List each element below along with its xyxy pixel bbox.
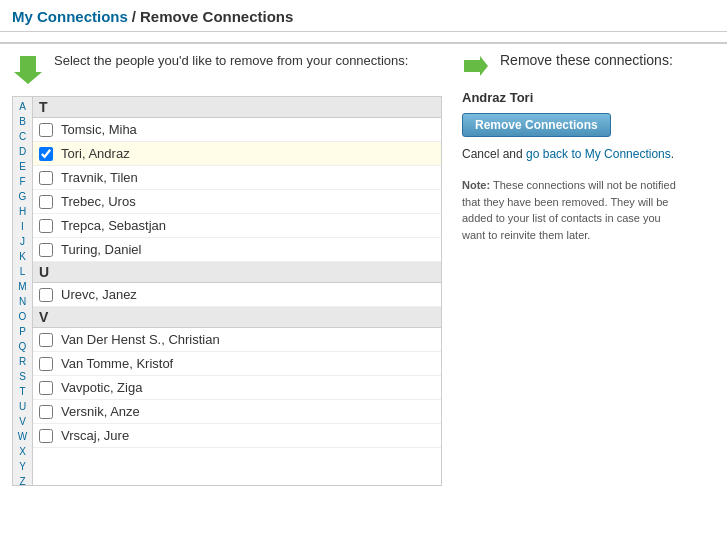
list-item[interactable]: Van Der Henst S., Christian	[33, 328, 441, 352]
page-title: Remove Connections	[140, 8, 293, 25]
contact-name-trebec: Trebec, Uros	[61, 194, 136, 209]
header-divider	[0, 42, 727, 44]
alpha-L[interactable]: L	[20, 264, 26, 279]
list-item[interactable]: Turing, Daniel	[33, 238, 441, 262]
note-box: Note: These connections will not be noti…	[462, 177, 682, 243]
alpha-P[interactable]: P	[19, 324, 26, 339]
alpha-N[interactable]: N	[19, 294, 26, 309]
breadcrumb-link[interactable]: My Connections	[12, 8, 128, 25]
contact-name-vrscaj: Vrscaj, Jure	[61, 428, 129, 443]
right-arrow-icon	[462, 54, 490, 78]
instruction-text: Select the people you'd like to remove f…	[54, 52, 408, 70]
alpha-V[interactable]: V	[19, 414, 26, 429]
alpha-Q[interactable]: Q	[19, 339, 27, 354]
main-content: Select the people you'd like to remove f…	[0, 52, 727, 486]
alpha-J[interactable]: J	[20, 234, 25, 249]
svg-marker-0	[14, 56, 42, 84]
contact-checkbox-versnik[interactable]	[39, 405, 53, 419]
right-panel: Remove these connections: Andraz Tori Re…	[462, 52, 715, 486]
contact-checkbox-trebec[interactable]	[39, 195, 53, 209]
note-text: These connections will not be notified t…	[462, 179, 676, 241]
breadcrumb-separator: /	[132, 8, 136, 25]
alphabet-sidebar: A B C D E F G H I J K L M N O P Q R S T	[13, 97, 33, 485]
contacts-container: A B C D E F G H I J K L M N O P Q R S T	[12, 96, 442, 486]
section-header-v: V	[33, 307, 441, 328]
remove-connections-button[interactable]: Remove Connections	[462, 113, 611, 137]
alpha-I[interactable]: I	[21, 219, 24, 234]
contact-name-vavpotic: Vavpotic, Ziga	[61, 380, 142, 395]
contact-name-urevc: Urevc, Janez	[61, 287, 137, 302]
list-item[interactable]: Urevc, Janez	[33, 283, 441, 307]
alpha-E[interactable]: E	[19, 159, 26, 174]
page-header: My Connections/Remove Connections	[0, 0, 727, 32]
contact-name-versnik: Versnik, Anze	[61, 404, 140, 419]
list-item[interactable]: Vrscaj, Jure	[33, 424, 441, 448]
contact-name-tori: Tori, Andraz	[61, 146, 130, 161]
list-item[interactable]: Travnik, Tilen	[33, 166, 441, 190]
selected-person-name: Andraz Tori	[462, 90, 715, 105]
alpha-S[interactable]: S	[19, 369, 26, 384]
alpha-F[interactable]: F	[19, 174, 25, 189]
list-item[interactable]: Van Tomme, Kristof	[33, 352, 441, 376]
contact-name-vander: Van Der Henst S., Christian	[61, 332, 220, 347]
contact-checkbox-vantomme[interactable]	[39, 357, 53, 371]
alpha-T[interactable]: T	[19, 384, 25, 399]
remove-connections-title: Remove these connections:	[500, 52, 673, 68]
contact-name-vantomme: Van Tomme, Kristof	[61, 356, 173, 371]
note-label: Note:	[462, 179, 490, 191]
alpha-Z[interactable]: Z	[19, 474, 25, 486]
svg-marker-1	[464, 56, 488, 76]
go-back-link[interactable]: go back to My Connections	[526, 147, 671, 161]
cancel-text: Cancel and go back to My Connections.	[462, 147, 715, 161]
section-header-t: T	[33, 97, 441, 118]
contact-checkbox-tomsic[interactable]	[39, 123, 53, 137]
alpha-H[interactable]: H	[19, 204, 26, 219]
alpha-W[interactable]: W	[18, 429, 27, 444]
contact-checkbox-tori[interactable]	[39, 147, 53, 161]
alpha-M[interactable]: M	[18, 279, 26, 294]
remove-header-block: Remove these connections:	[462, 52, 715, 78]
alpha-A[interactable]: A	[19, 99, 26, 114]
list-item[interactable]: Trepca, Sebastjan	[33, 214, 441, 238]
contact-name-tomsic: Tomsic, Miha	[61, 122, 137, 137]
alpha-D[interactable]: D	[19, 144, 26, 159]
contact-checkbox-travnik[interactable]	[39, 171, 53, 185]
contact-checkbox-trepca[interactable]	[39, 219, 53, 233]
list-item[interactable]: Versnik, Anze	[33, 400, 441, 424]
contact-checkbox-vrscaj[interactable]	[39, 429, 53, 443]
list-item[interactable]: Tomsic, Miha	[33, 118, 441, 142]
contact-checkbox-vavpotic[interactable]	[39, 381, 53, 395]
alpha-K[interactable]: K	[19, 249, 26, 264]
alpha-C[interactable]: C	[19, 129, 26, 144]
contacts-list-wrapper[interactable]: T Tomsic, Miha Tori, Andraz Travnik, Til…	[33, 97, 441, 485]
alpha-B[interactable]: B	[19, 114, 26, 129]
list-item[interactable]: Tori, Andraz	[33, 142, 441, 166]
contact-checkbox-vander[interactable]	[39, 333, 53, 347]
down-arrow-icon	[12, 54, 44, 86]
cancel-prefix: Cancel and	[462, 147, 526, 161]
contact-name-turing: Turing, Daniel	[61, 242, 141, 257]
instruction-block: Select the people you'd like to remove f…	[12, 52, 442, 86]
left-panel: Select the people you'd like to remove f…	[12, 52, 442, 486]
alpha-G[interactable]: G	[19, 189, 27, 204]
alpha-U[interactable]: U	[19, 399, 26, 414]
cancel-suffix: .	[671, 147, 674, 161]
alpha-O[interactable]: O	[19, 309, 27, 324]
list-item[interactable]: Vavpotic, Ziga	[33, 376, 441, 400]
alpha-X[interactable]: X	[19, 444, 26, 459]
alpha-R[interactable]: R	[19, 354, 26, 369]
list-item[interactable]: Trebec, Uros	[33, 190, 441, 214]
contact-checkbox-turing[interactable]	[39, 243, 53, 257]
contact-name-travnik: Travnik, Tilen	[61, 170, 138, 185]
alpha-Y[interactable]: Y	[19, 459, 26, 474]
contact-name-trepca: Trepca, Sebastjan	[61, 218, 166, 233]
contacts-list: T Tomsic, Miha Tori, Andraz Travnik, Til…	[33, 97, 441, 448]
contact-checkbox-urevc[interactable]	[39, 288, 53, 302]
section-header-u: U	[33, 262, 441, 283]
